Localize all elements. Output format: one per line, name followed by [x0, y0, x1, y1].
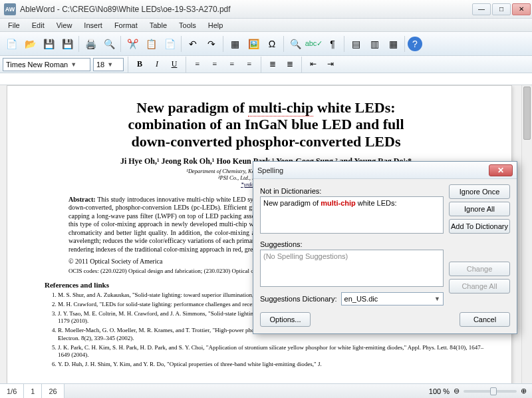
suggestions-list[interactable]: (No Spelling Suggestions)	[260, 250, 444, 287]
menu-format[interactable]: Format	[109, 20, 143, 31]
main-toolbar: 📄 📂 💾 💾 🖨️ 🔍 ✂️ 📋 📄 ↶ ↷ ▦ 🖼️ Ω 🔍 abc✓ ¶ …	[0, 32, 532, 56]
underline-button[interactable]: U	[167, 58, 182, 71]
open-icon[interactable]: 📂	[21, 35, 39, 53]
help-icon[interactable]: ?	[408, 37, 422, 51]
not-in-dict-label: Not in Dictionaries:	[260, 187, 444, 195]
bullets-icon[interactable]: ≣	[265, 58, 280, 71]
bold-button[interactable]: B	[132, 58, 147, 71]
spelling-icon[interactable]: abc✓	[305, 35, 323, 53]
status-page[interactable]: 1/6	[0, 384, 24, 398]
print-icon[interactable]: 🖨️	[82, 35, 99, 53]
separator	[78, 36, 79, 52]
cut-icon[interactable]: ✂️	[124, 35, 141, 53]
horizontal-ruler[interactable]	[0, 73, 532, 85]
new-icon[interactable]: 📄	[3, 35, 20, 53]
separator	[301, 57, 302, 73]
cancel-button[interactable]: Cancel	[460, 312, 510, 327]
options-button[interactable]: Options...	[260, 312, 311, 327]
menu-edit[interactable]: Edit	[27, 20, 50, 31]
save-icon[interactable]: 💾	[40, 35, 57, 53]
menu-view[interactable]: View	[51, 20, 78, 31]
dictionary-combo[interactable]: en_US.dic▼	[341, 292, 444, 305]
dialog-titlebar[interactable]: Spelling ✕	[253, 162, 517, 179]
paste-icon[interactable]: 📄	[161, 35, 178, 53]
separator	[344, 36, 344, 52]
minimize-button[interactable]: —	[472, 3, 491, 15]
separator	[181, 36, 182, 52]
menu-help[interactable]: Help	[203, 20, 229, 31]
print-preview-icon[interactable]: 🔍	[100, 35, 118, 53]
app-logo-icon: AW	[4, 3, 16, 15]
status-bar: 1/6 1 26 100 % ⊖ ⊕	[0, 383, 532, 398]
italic-button[interactable]: I	[150, 58, 164, 71]
ignore-once-button[interactable]: Ignore Once	[449, 184, 510, 199]
separator	[283, 36, 284, 52]
window-title: AbleWord - C:\CREG\No89\White LEDs\oe-19…	[20, 5, 472, 14]
font-size-combo[interactable]: 18▼	[93, 58, 124, 71]
numbering-icon[interactable]: ≣	[283, 58, 297, 71]
status-tab-26[interactable]: 26	[42, 384, 64, 398]
menu-tools[interactable]: Tools	[174, 20, 201, 31]
align-right-icon[interactable]: ≡	[225, 58, 239, 71]
header-icon[interactable]: ▤	[347, 35, 364, 53]
outdent-icon[interactable]: ⇤	[306, 58, 321, 71]
align-left-icon[interactable]: ≡	[190, 58, 205, 71]
dictionary-label: Suggestions Dictionary:	[260, 295, 337, 303]
ignore-all-button[interactable]: Ignore All	[449, 202, 510, 216]
add-to-dictionary-button[interactable]: Add To Dictionary	[449, 219, 510, 234]
scroll-thumb[interactable]	[523, 87, 531, 140]
zoom-value: 100 %	[429, 387, 450, 395]
format-toolbar: Times New Roman▼ 18▼ B I U ≡ ≡ ≡ ≡ ≣ ≣ ⇤…	[0, 56, 532, 73]
redo-icon[interactable]: ↷	[203, 35, 220, 53]
menu-table[interactable]: Table	[144, 20, 172, 31]
align-justify-icon[interactable]: ≡	[242, 58, 257, 71]
save-as-icon[interactable]: 💾	[59, 35, 76, 53]
find-icon[interactable]: 🔍	[287, 35, 304, 53]
picture-icon[interactable]: 🖼️	[245, 35, 262, 53]
spelling-dialog: Spelling ✕ Not in Dictionaries: New para…	[253, 161, 517, 334]
copy-icon[interactable]: 📋	[142, 35, 160, 53]
menu-insert[interactable]: Insert	[78, 20, 108, 31]
indent-icon[interactable]: ⇥	[323, 58, 338, 71]
title-bar: AW AbleWord - C:\CREG\No89\White LEDs\oe…	[0, 0, 532, 19]
undo-icon[interactable]: ↶	[184, 35, 201, 53]
maximize-button[interactable]: □	[492, 3, 511, 15]
dialog-close-button[interactable]: ✕	[489, 164, 513, 176]
dialog-title: Spelling	[257, 166, 489, 174]
vertical-scrollbar[interactable]	[521, 85, 532, 383]
separator	[186, 57, 186, 73]
reference-item: Y. D. Huh, J. H. Shim, Y. Kim, and Y. R.…	[58, 361, 487, 369]
change-button[interactable]: Change	[449, 262, 510, 276]
zoom-out-icon[interactable]: ⊖	[454, 387, 460, 395]
menu-bar: File Edit View Insert Format Table Tools…	[0, 19, 532, 32]
close-button[interactable]: ✕	[512, 3, 531, 15]
not-in-dict-field[interactable]: New paradigm of multi-chip white LEDs:	[260, 196, 444, 234]
align-center-icon[interactable]: ≡	[207, 58, 222, 71]
table-icon[interactable]: ▦	[226, 35, 243, 53]
separator	[120, 36, 121, 52]
reference-item: J. K. Park, C. H. Kim, S. H. Park, H. D.…	[58, 344, 487, 359]
doc-title: New paradigm of multi-chip white LEDs: c…	[45, 99, 487, 150]
zoom-slider[interactable]	[464, 390, 517, 393]
footer-icon[interactable]: ▥	[366, 35, 383, 53]
separator	[261, 57, 261, 73]
paragraph-icon[interactable]: ¶	[324, 35, 341, 53]
separator	[223, 36, 223, 52]
separator	[404, 36, 405, 52]
zoom-in-icon[interactable]: ⊕	[521, 387, 527, 395]
status-tab-1[interactable]: 1	[24, 384, 42, 398]
change-all-button[interactable]: Change All	[449, 279, 510, 294]
font-family-combo[interactable]: Times New Roman▼	[3, 58, 90, 71]
page-setup-icon[interactable]: ▦	[384, 35, 402, 53]
menu-file[interactable]: File	[3, 20, 25, 31]
suggestions-label: Suggestions:	[260, 240, 444, 248]
separator	[128, 57, 128, 73]
symbol-icon[interactable]: Ω	[263, 35, 281, 53]
